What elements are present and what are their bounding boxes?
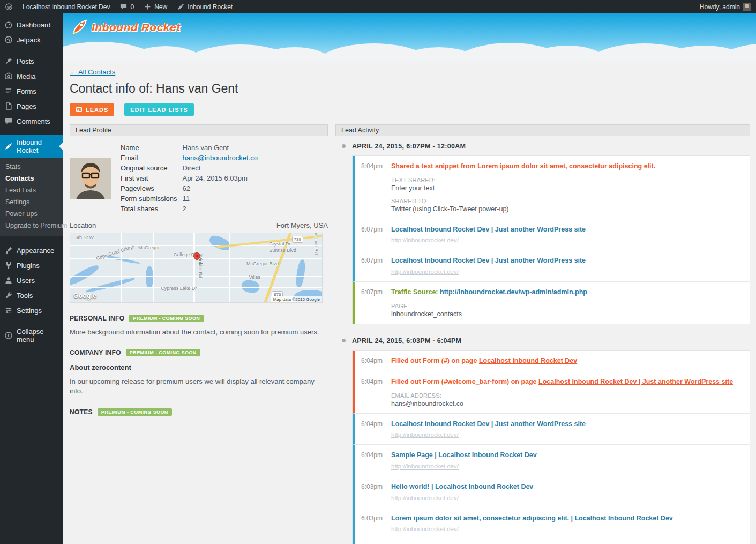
submenu-item-contacts[interactable]: Contacts — [0, 173, 63, 184]
sidebar-item-dashboard[interactable]: Dashboard — [0, 17, 63, 32]
leads-button[interactable]: LEADS — [70, 103, 114, 116]
map-water — [70, 263, 100, 288]
submenu-item-upgrade-to-premium[interactable]: Upgrade to Premium — [0, 220, 63, 232]
map-water — [295, 259, 306, 289]
users-icon — [4, 276, 13, 285]
sidebar-item-comments[interactable]: Comments — [0, 114, 63, 129]
all-contacts-link[interactable]: ← All Contacts — [70, 68, 115, 76]
sidebar-item-users[interactable]: Users — [0, 273, 63, 288]
sidebar-item-pages[interactable]: Pages — [0, 99, 63, 114]
pageview-url-link[interactable]: http://inboundrocket.dev/ — [391, 431, 459, 438]
email-link[interactable]: hans@inboundrocket.co — [182, 154, 257, 162]
profile-field-row: Form submissions11 — [121, 193, 258, 204]
submenu-item-power-ups[interactable]: Power-ups — [0, 208, 63, 220]
sidebar-item-jetpack[interactable]: Jetpack — [0, 32, 63, 47]
user-avatar — [743, 3, 751, 11]
pageview-url-link[interactable]: http://inboundrocket.dev/ — [391, 526, 459, 532]
sidebar-item-inbound-rocket[interactable]: Inbound Rocket — [0, 135, 63, 158]
entry-detail-label: PAGE: — [391, 303, 743, 309]
map-label: Villas — [249, 274, 260, 280]
entry-title: Sample Page | Localhost Inbound Rocket D… — [391, 451, 743, 460]
comments-menu[interactable]: 0 — [115, 0, 139, 13]
sidebar-item-appearance[interactable]: Appearance — [0, 243, 63, 258]
entry-body: Localhost Inbound Rocket Dev | Just anot… — [391, 225, 743, 244]
entry-link[interactable]: Localhost Inbound Rocket Dev — [479, 357, 577, 364]
site-name-menu[interactable]: Localhost Inbound Rocket Dev — [18, 0, 115, 13]
sidebar-item-posts[interactable]: Posts — [0, 54, 63, 69]
profile-field-label: Original source — [121, 163, 182, 173]
activity-entry: 6:07pmLocalhost Inbound Rocket Dev | Jus… — [353, 250, 750, 282]
menu-separator — [0, 236, 63, 243]
lead-profile-panel: Lead Profile NameHans van GentEmailhans@ — [70, 124, 328, 416]
sidebar-item-label: Dashboard — [17, 21, 51, 29]
inbound-rocket-toolbar-label: Inbound Rocket — [188, 3, 233, 11]
rocket-icon — [4, 142, 13, 151]
activity-entry: 6:07pmLocalhost Inbound Rocket Dev | Jus… — [353, 219, 750, 251]
pageview-url-link[interactable]: http://inboundrocket.dev/ — [391, 237, 459, 243]
entry-time: 6:04pm — [361, 356, 391, 366]
pageview-title-link[interactable]: Localhost Inbound Rocket Dev | Just anot… — [391, 257, 586, 265]
sidebar-item-collapse-menu[interactable]: Collapse menu — [0, 324, 63, 347]
sidebar-item-plugins[interactable]: Plugins — [0, 258, 63, 273]
pageview-url-link[interactable]: http://inboundrocket.dev/ — [391, 463, 459, 470]
pageview-title-link[interactable]: Lorem ipsum dolor sit amet, consectetur … — [391, 515, 673, 523]
pageview-title-link[interactable]: Hello world! | Localhost Inbound Rocket … — [391, 483, 533, 491]
entry-body: Localhost Inbound Rocket Dev | Just anot… — [391, 256, 743, 275]
pageview-url-link[interactable]: http://inboundrocket.dev/ — [391, 495, 459, 501]
map-water — [146, 266, 153, 288]
premium-badge: PREMIUM - COMING SOON — [126, 349, 200, 356]
submenu-item-settings[interactable]: Settings — [0, 196, 63, 208]
sidebar-item-settings[interactable]: Settings — [0, 303, 63, 318]
lead-profile-header: Lead Profile — [70, 124, 328, 136]
sidebar-item-forms[interactable]: Forms — [0, 84, 63, 99]
rocket-icon — [177, 3, 185, 11]
entry-title: Shared a text snippet from Lorem ipsum d… — [391, 162, 743, 171]
activity-entry: 6:03pmLorem ipsum dolor sit amet, consec… — [353, 508, 750, 540]
account-menu[interactable]: Howdy, admin — [695, 0, 756, 13]
edit-lead-lists-button[interactable]: EDIT LEAD LISTS — [124, 103, 193, 116]
jetpack-icon — [4, 35, 13, 44]
entry-link[interactable]: http://inboundrocket.dev/wp-admin/admin.… — [440, 288, 587, 296]
map-label: Plantation Rd — [313, 233, 319, 255]
submenu-item-lead-lists[interactable]: Lead Lists — [0, 184, 63, 196]
inbound-rocket-toolbar-menu[interactable]: Inbound Rocket — [172, 0, 237, 13]
location-label: Location — [70, 221, 96, 229]
pageview-url-link[interactable]: http://inboundrocket.dev/ — [391, 269, 459, 275]
entry-link[interactable]: Lorem ipsum dolor sit amet, consectetur … — [477, 162, 655, 170]
submenu-item-stats[interactable]: Stats — [0, 161, 63, 173]
map-water — [241, 279, 260, 294]
plugins-icon — [4, 261, 13, 270]
entry-time: 6:03pm — [361, 514, 391, 533]
sidebar-item-label: Forms — [17, 87, 36, 95]
entry-body: Filled out Form (#welcome_bar-form) on p… — [391, 377, 743, 407]
entry-text: Traffic Source: — [391, 288, 440, 296]
leads-button-label: LEADS — [86, 107, 108, 113]
menu-separator — [0, 318, 63, 324]
entry-time: 8:04pm — [361, 162, 391, 213]
entry-detail-label: SHARED TO: — [391, 198, 743, 204]
entry-body: Hello world! | Localhost Inbound Rocket … — [391, 482, 743, 502]
pageview-title-link[interactable]: Sample Page | Localhost Inbound Rocket D… — [391, 451, 537, 460]
activity-entry: 8:04pmShared a text snippet from Lorem i… — [353, 156, 750, 219]
entry-time: 6:07pm — [361, 225, 391, 244]
profile-field-value: Apr 24, 2015 6:03pm — [182, 173, 257, 183]
profile-field-row: First visitApr 24, 2015 6:03pm — [121, 173, 258, 183]
pageview-title-link[interactable]: Localhost Inbound Rocket Dev | Just anot… — [391, 226, 586, 234]
new-menu[interactable]: New — [139, 0, 172, 13]
entry-body: Localhost Inbound Rocket Dev | Just anot… — [391, 420, 743, 439]
entry-link[interactable]: Localhost Inbound Rocket Dev | Just anot… — [538, 378, 733, 385]
profile-summary: NameHans van GentEmailhans@inboundrocket… — [70, 143, 328, 214]
pageview-title-link[interactable]: Localhost Inbound Rocket Dev | Just anot… — [391, 420, 586, 429]
new-label: New — [154, 3, 167, 11]
sidebar-item-tools[interactable]: Tools — [0, 288, 63, 303]
wp-logo-menu[interactable] — [0, 0, 18, 13]
map-attribution: Map data ©2015 Google — [271, 296, 322, 302]
profile-field-row: Original sourceDirect — [121, 163, 258, 173]
location-map[interactable]: McGregor Villas Cypress Lake Dr College … — [70, 233, 323, 303]
collapse-icon — [4, 331, 13, 340]
profile-fields-table: NameHans van GentEmailhans@inboundrocket… — [121, 143, 258, 214]
sidebar-item-label: Settings — [17, 307, 42, 315]
entry-title: Localhost Inbound Rocket Dev | Just anot… — [391, 256, 743, 265]
sidebar-item-media[interactable]: Media — [0, 69, 63, 84]
entry-body: Sample Page | Localhost Inbound Rocket D… — [391, 451, 743, 470]
